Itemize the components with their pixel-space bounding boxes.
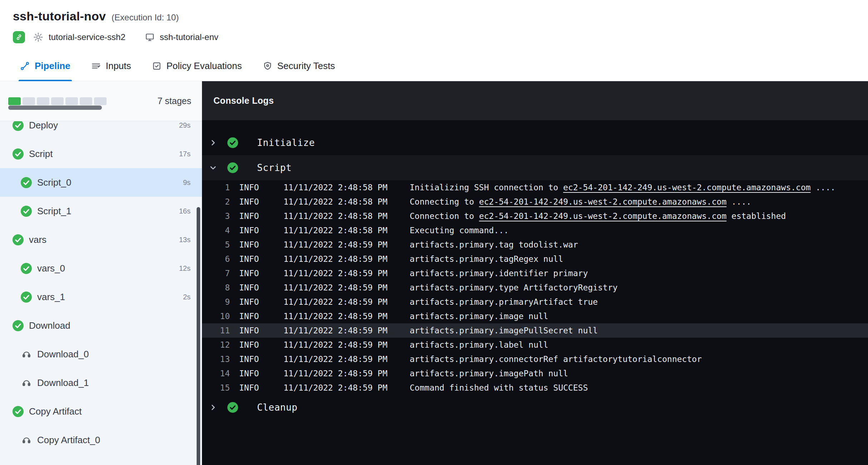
log-line-number: 13 [202,354,239,364]
log-level: INFO [239,312,283,321]
log-line-number: 15 [202,383,239,392]
stage-row-vars-1[interactable]: vars_1 2s [0,283,202,311]
log-line-number: 6 [202,254,239,264]
log-line[interactable]: 5 INFO 11/11/2022 2:48:59 PM artifacts.p… [202,238,868,252]
log-level: INFO [239,340,283,349]
stage-label: Script_0 [37,177,179,188]
tab-label: Security Tests [277,60,335,72]
success-check-icon [226,162,240,173]
stage-row-deploy[interactable]: Deploy 29s [0,121,202,140]
log-timestamp: 11/11/2022 2:48:59 PM [283,269,410,278]
stage-row-download-0[interactable]: Download_0 [0,340,202,368]
log-line[interactable]: 1 INFO 11/11/2022 2:48:58 PM Initializin… [202,180,868,195]
stage-label: Download [29,320,187,331]
tab-bar: Pipeline Inputs Policy Evaluations [0,51,868,81]
log-line-highlighted[interactable]: 11 INFO 11/11/2022 2:48:59 PM artifacts.… [202,323,868,338]
log-line[interactable]: 12 INFO 11/11/2022 2:48:59 PM artifacts.… [202,338,868,352]
environment-name[interactable]: ssh-tutorial-env [160,32,218,42]
log-message: Executing command... [410,226,868,235]
console-body: Initialize Script 1 INFO 11/11/202 [202,120,868,465]
environment-icon [145,32,155,42]
log-message: artifacts.primary.tag todolist.war [410,240,868,249]
log-line[interactable]: 6 INFO 11/11/2022 2:48:59 PM artifacts.p… [202,252,868,266]
stage-row-copy-artifact-0[interactable]: Copy Artifact_0 [0,426,202,454]
stage-count: 7 stages [157,96,191,106]
log-timestamp: 11/11/2022 2:48:59 PM [283,340,410,349]
log-line[interactable]: 3 INFO 11/11/2022 2:48:58 PM Connection … [202,209,868,223]
log-message-text: artifacts.primary.tag todolist.war [410,240,578,249]
success-check-icon [21,263,32,274]
log-line[interactable]: 7 INFO 11/11/2022 2:48:59 PM artifacts.p… [202,266,868,280]
log-timestamp: 11/11/2022 2:48:59 PM [283,383,410,392]
gear-icon[interactable] [33,32,44,43]
progress-scrollbar[interactable] [8,106,102,110]
stage-row-download[interactable]: Download [0,311,202,340]
log-line[interactable]: 15 INFO 11/11/2022 2:48:59 PM Command fi… [202,381,868,395]
log-line[interactable]: 4 INFO 11/11/2022 2:48:58 PM Executing c… [202,223,868,238]
log-level: INFO [239,369,283,378]
console-panel: Console Logs Initialize [202,81,868,465]
log-line[interactable]: 10 INFO 11/11/2022 2:48:59 PM artifacts.… [202,309,868,323]
log-message: artifacts.primary.primaryArtifact true [410,297,868,307]
log-link[interactable]: ec2-54-201-142-249.us-west-2.compute.ama… [479,211,726,221]
log-line[interactable]: 13 INFO 11/11/2022 2:48:59 PM artifacts.… [202,352,868,366]
log-line[interactable]: 14 INFO 11/11/2022 2:48:59 PM artifacts.… [202,366,868,381]
log-message: artifacts.primary.label null [410,340,868,349]
log-message: artifacts.primary.identifier primary [410,269,868,278]
stage-label: Script_1 [37,206,176,217]
stage-duration: 13s [179,236,191,244]
chevron-right-icon[interactable] [206,139,220,147]
tab-inputs[interactable]: Inputs [91,51,131,81]
checkbox-icon [152,61,162,71]
log-message-text: Initializing SSH connection to [410,183,563,192]
success-check-icon [21,206,32,217]
log-line[interactable]: 8 INFO 11/11/2022 2:48:59 PM artifacts.p… [202,280,868,295]
log-message-text: artifacts.primary.type ArtifactoryRegist… [410,283,618,292]
log-line-number: 2 [202,197,239,206]
log-timestamp: 11/11/2022 2:48:59 PM [283,326,410,335]
page-title: ssh-tutorial-nov [13,9,106,23]
log-level: INFO [239,269,283,278]
log-link[interactable]: ec2-54-201-142-249.us-west-2.compute.ama… [563,183,810,192]
log-line-number: 8 [202,283,239,292]
log-level: INFO [239,240,283,249]
tab-pipeline[interactable]: Pipeline [20,51,70,81]
progress-segment [51,97,64,105]
log-level: INFO [239,283,283,292]
stage-row-vars[interactable]: vars 13s [0,225,202,254]
tab-policy-evaluations[interactable]: Policy Evaluations [152,51,242,81]
success-check-icon [13,148,24,160]
log-line-number: 5 [202,240,239,249]
log-message-text: artifacts.primary.tagRegex null [410,254,563,264]
log-timestamp: 11/11/2022 2:48:58 PM [283,197,410,206]
console-title: Console Logs [213,96,274,106]
sidebar-scrollbar[interactable] [197,207,200,465]
log-section-cleanup[interactable]: Cleanup [202,395,868,420]
stage-duration: 9s [183,178,191,187]
log-line[interactable]: 9 INFO 11/11/2022 2:48:59 PM artifacts.p… [202,295,868,309]
progress-segment [8,97,21,105]
log-line-number: 7 [202,269,239,278]
stage-row-script[interactable]: Script 17s [0,140,202,168]
tab-security-tests[interactable]: Security Tests [263,51,335,81]
log-level: INFO [239,197,283,206]
stage-row-download-1[interactable]: Download_1 [0,368,202,397]
log-line[interactable]: 2 INFO 11/11/2022 2:48:58 PM Connecting … [202,195,868,209]
chevron-down-icon[interactable] [206,164,220,172]
log-section-script[interactable]: Script [202,155,868,180]
log-message-text: .... [811,183,835,192]
stage-row-copy-artifact[interactable]: Copy Artifact [0,397,202,426]
stage-row-vars-0[interactable]: vars_0 12s [0,254,202,283]
log-message: Initializing SSH connection to ec2-54-20… [410,183,868,192]
log-section-initialize[interactable]: Initialize [202,130,868,155]
progress-segment [94,97,107,105]
stage-row-script-0[interactable]: Script_0 9s [0,168,202,197]
chevron-right-icon[interactable] [206,403,220,411]
log-link[interactable]: ec2-54-201-142-249.us-west-2.compute.ama… [479,197,726,206]
log-timestamp: 11/11/2022 2:48:59 PM [283,354,410,364]
stage-label: Deploy [29,121,176,131]
stage-row-script-1[interactable]: Script_1 16s [0,197,202,225]
stage-list: Deploy 29s Script 17s Script_0 9s [0,121,202,465]
service-name[interactable]: tutorial-service-ssh2 [49,32,125,42]
stage-duration: 29s [179,121,191,129]
